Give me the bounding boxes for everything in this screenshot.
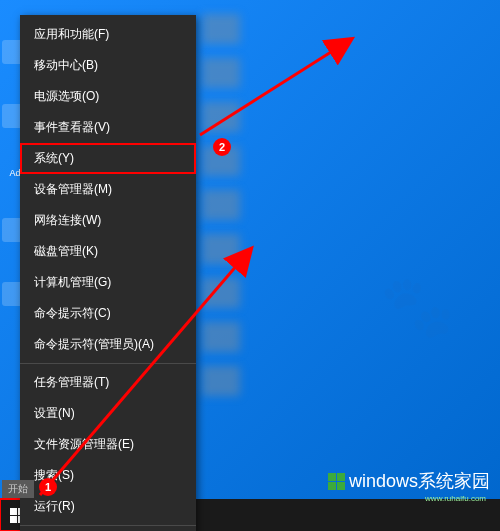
menu-item-disk-management[interactable]: 磁盘管理(K)	[20, 236, 196, 267]
menu-item-task-manager[interactable]: 任务管理器(T)	[20, 367, 196, 398]
windows-logo-icon	[328, 473, 345, 490]
menu-item-power-options[interactable]: 电源选项(O)	[20, 81, 196, 112]
menu-divider	[20, 525, 196, 526]
blurred-desktop-column	[196, 0, 266, 460]
menu-item-settings[interactable]: 设置(N)	[20, 398, 196, 429]
menu-item-file-explorer[interactable]: 文件资源管理器(E)	[20, 429, 196, 460]
menu-item-device-manager[interactable]: 设备管理器(M)	[20, 174, 196, 205]
menu-divider	[20, 363, 196, 364]
background-watermark-icon: 🐾	[380, 271, 460, 351]
menu-item-mobility-center[interactable]: 移动中心(B)	[20, 50, 196, 81]
watermark-text: windows系统家园	[349, 469, 490, 493]
menu-item-apps-features[interactable]: 应用和功能(F)	[20, 19, 196, 50]
menu-item-command-prompt-admin[interactable]: 命令提示符(管理员)(A)	[20, 329, 196, 360]
menu-item-network-connections[interactable]: 网络连接(W)	[20, 205, 196, 236]
watermark: windows系统家园	[328, 469, 490, 493]
menu-item-system[interactable]: 系统(Y)	[20, 143, 196, 174]
watermark-url: www.ruhaifu.com	[425, 494, 486, 503]
callout-badge-2: 2	[213, 138, 231, 156]
menu-item-command-prompt[interactable]: 命令提示符(C)	[20, 298, 196, 329]
callout-badge-1: 1	[39, 478, 57, 496]
winx-context-menu: 应用和功能(F) 移动中心(B) 电源选项(O) 事件查看器(V) 系统(Y) …	[20, 15, 196, 531]
start-button-tooltip: 开始	[2, 480, 34, 498]
menu-item-computer-management[interactable]: 计算机管理(G)	[20, 267, 196, 298]
menu-item-event-viewer[interactable]: 事件查看器(V)	[20, 112, 196, 143]
